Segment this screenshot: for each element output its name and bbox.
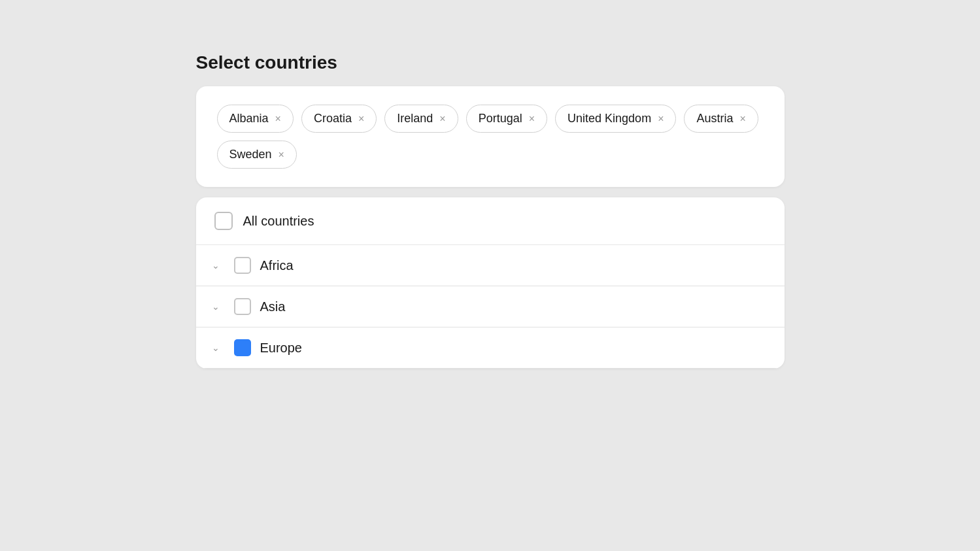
all-countries-row[interactable]: All countries [196,197,785,245]
tag-close-sweden[interactable]: × [279,150,284,160]
tag-close-united-kingdom[interactable]: × [658,114,664,124]
tag-label-albania: Albania [229,112,269,125]
all-countries-label: All countries [243,214,314,229]
tag-portugal[interactable]: Portugal × [466,105,547,133]
page-title: Select countries [196,52,785,73]
tags-container: Albania × Croatia × Ireland × Portugal ×… [217,105,764,169]
tag-sweden[interactable]: Sweden × [217,141,297,169]
tag-ireland[interactable]: Ireland × [384,105,458,133]
tag-label-united-kingdom: United Kingdom [567,112,651,125]
group-label-africa: Africa [260,258,294,273]
group-label-europe: Europe [260,341,303,356]
tag-close-austria[interactable]: × [740,114,746,124]
chevron-europe[interactable]: ⌄ [212,342,225,353]
all-countries-checkbox[interactable] [214,212,233,230]
selected-tags-card: Albania × Croatia × Ireland × Portugal ×… [196,86,785,187]
tag-albania[interactable]: Albania × [217,105,294,133]
tag-united-kingdom[interactable]: United Kingdom × [555,105,676,133]
chevron-africa[interactable]: ⌄ [212,260,225,271]
group-row-asia[interactable]: ⌄ Asia [196,286,785,327]
group-row-africa[interactable]: ⌄ Africa [196,245,785,286]
list-scroll-container[interactable]: All countries ⌄ Africa ⌄ Asia ⌄ Europe [196,197,785,369]
tag-austria[interactable]: Austria × [684,105,758,133]
checkbox-europe[interactable] [234,339,251,356]
tag-label-croatia: Croatia [314,112,352,125]
tag-close-portugal[interactable]: × [529,114,535,124]
tag-close-albania[interactable]: × [275,114,281,124]
tag-croatia[interactable]: Croatia × [301,105,377,133]
checkbox-africa[interactable] [234,257,251,274]
chevron-asia[interactable]: ⌄ [212,301,225,312]
list-card: All countries ⌄ Africa ⌄ Asia ⌄ Europe [196,197,785,369]
group-row-europe[interactable]: ⌄ Europe [196,327,785,369]
tag-close-ireland[interactable]: × [439,114,445,124]
checkbox-asia[interactable] [234,298,251,315]
tag-close-croatia[interactable]: × [358,114,364,124]
tag-label-portugal: Portugal [479,112,522,125]
group-label-asia: Asia [260,299,286,314]
tag-label-austria: Austria [696,112,733,125]
tag-label-sweden: Sweden [229,148,272,161]
main-container: Select countries Albania × Croatia × Ire… [196,52,785,369]
tag-label-ireland: Ireland [397,112,433,125]
